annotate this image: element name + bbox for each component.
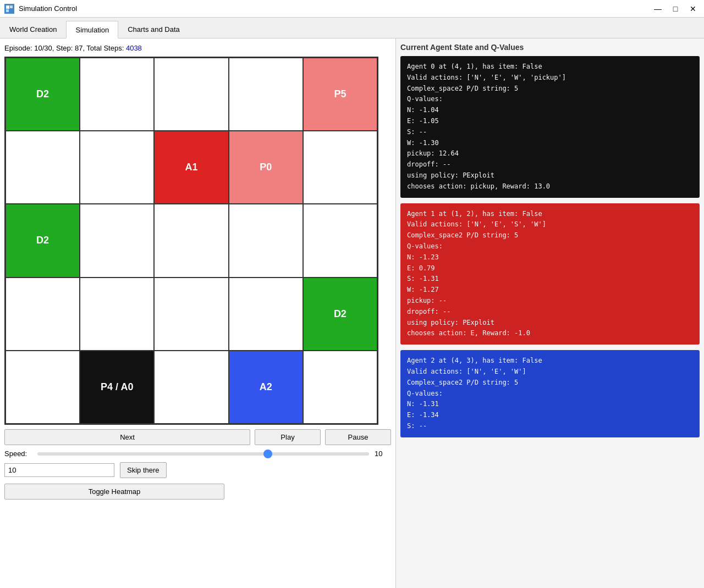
agent-line: Complex_space2 P/D string: 5 [407, 84, 693, 95]
agent-line: dropoff: -- [407, 159, 693, 170]
grid-cell-2-2 [154, 204, 228, 277]
tab-simulation[interactable]: Simulation [66, 21, 118, 38]
agent-line: N: -1.04 [407, 105, 693, 116]
grid-cell-0-0: D2 [6, 58, 80, 131]
agent-line: pickup: -- [407, 296, 693, 307]
agent-line: Valid actions: ['N', 'E', 'S', 'W'] [407, 219, 693, 230]
grid-cell-2-4 [303, 204, 377, 277]
agent-line: S: -- [407, 421, 693, 432]
agent-line: dropoff: -- [407, 307, 693, 318]
skip-row: Skip there [4, 462, 391, 478]
total-steps: 4038 [126, 44, 142, 52]
agent-line: S: -1.31 [407, 274, 693, 285]
toggle-heatmap-button[interactable]: Toggle Heatmap [4, 484, 224, 500]
agent-line: Q-values: [407, 94, 693, 105]
main-content: Episode: 10/30, Step: 87, Total Steps: 4… [0, 38, 704, 588]
grid-cell-3-4: D2 [303, 278, 377, 351]
agent-line: E: 0.79 [407, 263, 693, 274]
title-bar: Simulation Control — □ ✕ [0, 0, 704, 18]
grid-cell-0-1 [80, 58, 154, 131]
speed-slider[interactable] [37, 452, 369, 456]
agent-line: Q-values: [407, 241, 693, 252]
grid-cell-0-2 [154, 58, 228, 131]
grid-cell-4-3: A2 [229, 351, 303, 424]
close-button[interactable]: ✕ [686, 2, 700, 15]
agent-line: Valid actions: ['N', 'E', 'W'] [407, 367, 693, 378]
agent-line: N: -1.31 [407, 399, 693, 410]
agent-line: using policy: PExploit [407, 170, 693, 181]
grid-cell-4-2 [154, 351, 228, 424]
speed-row: Speed: 10 [4, 450, 391, 458]
maximize-button[interactable]: □ [669, 2, 682, 15]
grid-cell-2-1 [80, 204, 154, 277]
speed-label: Speed: [4, 450, 32, 458]
agent-cards: Agent 0 at (4, 1), has item: FalseValid … [400, 56, 700, 437]
grid-cell-3-2 [154, 278, 228, 351]
grid-cell-0-3 [229, 58, 303, 131]
agent-line: chooses action: pickup, Reward: 13.0 [407, 181, 693, 192]
tab-bar: World Creation Simulation Charts and Dat… [0, 18, 704, 38]
grid-cell-1-3: P0 [229, 131, 303, 204]
grid-cell-2-0: D2 [6, 204, 80, 277]
controls-row: Next Play Pause [4, 429, 391, 445]
grid-cell-1-0 [6, 131, 80, 204]
panel-title: Current Agent State and Q-Values [400, 43, 700, 52]
grid-cell-4-1: P4 / A0 [80, 351, 154, 424]
window-title: Simulation Control [19, 4, 651, 13]
grid-cell-3-1 [80, 278, 154, 351]
agent-line: Valid actions: ['N', 'E', 'W', 'pickup'] [407, 73, 693, 84]
agent-line: Agent 2 at (4, 3), has item: False [407, 356, 693, 367]
speed-value: 10 [375, 450, 391, 458]
title-bar-controls: — □ ✕ [651, 2, 700, 15]
next-button[interactable]: Next [4, 429, 250, 445]
agent-line: chooses action: E, Reward: -1.0 [407, 328, 693, 339]
agent-card-2: Agent 2 at (4, 3), has item: FalseValid … [400, 350, 700, 437]
agent-line: E: -1.34 [407, 410, 693, 421]
grid-cell-4-0 [6, 351, 80, 424]
grid-cell-2-3 [229, 204, 303, 277]
agent-line: Agent 0 at (4, 1), has item: False [407, 62, 693, 73]
tab-world-creation[interactable]: World Creation [0, 20, 66, 38]
agent-card-1: Agent 1 at (1, 2), has item: FalseValid … [400, 203, 700, 345]
agent-line: W: -1.30 [407, 138, 693, 149]
grid-cell-3-0 [6, 278, 80, 351]
agent-line: Agent 1 at (1, 2), has item: False [407, 209, 693, 220]
agent-line: E: -1.05 [407, 116, 693, 127]
grid-cell-0-4: P5 [303, 58, 377, 131]
right-panel[interactable]: Current Agent State and Q-Values Agent 0… [396, 38, 704, 588]
episode-info: Episode: 10/30, Step: 87, Total Steps: 4… [4, 43, 391, 53]
agent-line: using policy: PExploit [407, 318, 693, 329]
svg-rect-3 [6, 9, 9, 12]
agent-card-0: Agent 0 at (4, 1), has item: FalseValid … [400, 56, 700, 198]
agent-line: S: -- [407, 127, 693, 138]
agent-line: W: -1.27 [407, 285, 693, 296]
agent-line: Complex_space2 P/D string: 5 [407, 230, 693, 241]
tab-charts-and-data[interactable]: Charts and Data [118, 20, 189, 38]
grid-cell-1-1 [80, 131, 154, 204]
pause-button[interactable]: Pause [325, 429, 391, 445]
episode-label: Episode: 10/30, Step: 87, Total Steps: [4, 44, 126, 52]
simulation-grid: D2P5A1P0D2D2P4 / A0A2 [4, 57, 378, 425]
grid-cell-3-3 [229, 278, 303, 351]
svg-rect-2 [10, 5, 13, 8]
grid-cell-1-4 [303, 131, 377, 204]
agent-line: pickup: 12.64 [407, 148, 693, 159]
skip-input[interactable] [4, 463, 114, 477]
agent-line: N: -1.23 [407, 252, 693, 263]
agent-line: Q-values: [407, 389, 693, 400]
heatmap-row: Toggle Heatmap [4, 484, 391, 500]
skip-there-button[interactable]: Skip there [120, 462, 167, 478]
left-panel: Episode: 10/30, Step: 87, Total Steps: 4… [0, 38, 396, 588]
play-button[interactable]: Play [255, 429, 321, 445]
app-icon [4, 4, 14, 14]
grid-cell-4-4 [303, 351, 377, 424]
svg-rect-1 [6, 5, 9, 9]
grid-cell-1-2: A1 [154, 131, 228, 204]
minimize-button[interactable]: — [651, 2, 664, 15]
agent-line: Complex_space2 P/D string: 5 [407, 378, 693, 389]
